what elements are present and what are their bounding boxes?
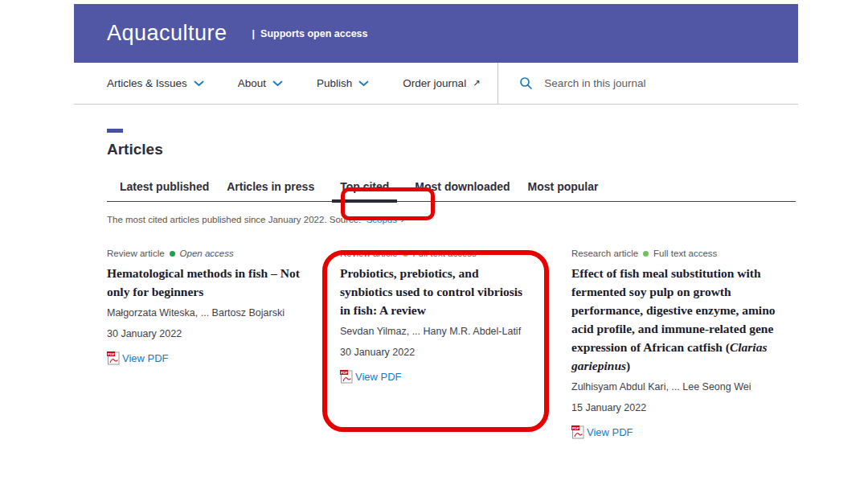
article-date: 30 January 2022 [107, 328, 317, 339]
open-access-tagline: | Supports open access [252, 28, 368, 39]
chevron-down-icon [194, 80, 204, 87]
access-dot-icon [643, 251, 649, 257]
journal-banner: Aquaculture | Supports open access [74, 4, 798, 63]
pdf-icon: PDF [340, 370, 353, 384]
scopus-link[interactable]: Scopus ↗ [366, 215, 407, 224]
tab-description-text: The most cited articles published since … [107, 215, 361, 224]
tab-most-downloaded[interactable]: Most downloaded [415, 180, 510, 201]
nav-articles-issues[interactable]: Articles & Issues [107, 77, 204, 89]
section-accent-dash [107, 129, 123, 133]
articles-section: Articles Latest published Articles in pr… [74, 129, 798, 439]
search-placeholder: Search in this journal [544, 77, 645, 89]
external-link-icon: ↗ [473, 78, 480, 88]
view-pdf-label: View PDF [355, 371, 402, 383]
tab-description: The most cited articles published since … [107, 215, 796, 225]
article-cards: Review article Open access Hematological… [107, 249, 796, 439]
search-icon [519, 76, 533, 90]
article-card: Review article Open access Hematological… [107, 249, 317, 439]
tab-articles-in-press[interactable]: Articles in press [227, 180, 314, 201]
article-meta: Review article Open access [107, 249, 317, 258]
tab-latest-published[interactable]: Latest published [120, 180, 209, 201]
article-card: Review article Full text access Probioti… [340, 249, 533, 439]
nav-publish[interactable]: Publish [317, 77, 369, 89]
article-access: Open access [180, 249, 234, 258]
article-type: Research article [571, 249, 638, 258]
pdf-icon: PDF [571, 425, 584, 439]
page-title: Articles [107, 141, 796, 158]
journal-search[interactable]: Search in this journal [519, 76, 645, 90]
article-access: Full text access [653, 249, 717, 258]
view-pdf-label: View PDF [122, 352, 169, 364]
article-meta: Review article Full text access [340, 249, 533, 258]
svg-text:PDF: PDF [572, 426, 579, 430]
tab-top-cited[interactable]: Top cited [332, 180, 397, 201]
access-dot-icon [170, 251, 175, 257]
article-meta: Research article Full text access [571, 249, 778, 258]
nav-about-label: About [238, 77, 266, 89]
tab-most-popular[interactable]: Most popular [528, 180, 599, 201]
pdf-icon: PDF [107, 351, 120, 365]
article-authors: Małgorzata Witeska, ... Bartosz Bojarski [107, 304, 317, 322]
view-pdf-link[interactable]: PDF View PDF [340, 370, 533, 384]
chevron-down-icon [272, 80, 283, 87]
tagline-text: Supports open access [260, 28, 367, 39]
svg-text:PDF: PDF [341, 371, 348, 375]
tagline-separator: | [252, 28, 256, 39]
article-authors: Zulhisyam Abdul Kari, ... Lee Seong Wei [571, 378, 778, 396]
article-title[interactable]: Hematological methods in fish – Not only… [107, 264, 317, 301]
journal-title[interactable]: Aquaculture [107, 21, 227, 46]
article-type: Review article [340, 249, 398, 258]
external-link-icon: ↗ [399, 215, 407, 224]
article-type: Review article [107, 249, 165, 258]
nav-publish-label: Publish [317, 77, 352, 89]
nav-order-journal-label: Order journal [403, 77, 466, 89]
nav-about[interactable]: About [238, 77, 283, 89]
view-pdf-label: View PDF [587, 426, 633, 438]
article-title[interactable]: Effect of fish meal substitution with fe… [571, 264, 778, 375]
article-access: Full text access [413, 249, 477, 258]
view-pdf-link[interactable]: PDF View PDF [107, 351, 317, 365]
nav-order-journal[interactable]: Order journal ↗ [403, 77, 480, 89]
article-card: Research article Full text access Effect… [571, 249, 778, 439]
article-title[interactable]: Probiotics, prebiotics, and synbiotics u… [340, 264, 533, 319]
article-tabs: Latest published Articles in press Top c… [107, 180, 796, 202]
chevron-down-icon [358, 80, 369, 87]
view-pdf-link[interactable]: PDF View PDF [571, 425, 778, 439]
nav-divider [497, 63, 498, 105]
svg-text:PDF: PDF [108, 352, 115, 356]
article-authors: Sevdan Yilmaz, ... Hany M.R. Abdel-Latif [340, 323, 533, 340]
nav-articles-issues-label: Articles & Issues [107, 77, 187, 89]
article-date: 30 January 2022 [340, 347, 533, 358]
access-dot-icon [403, 251, 408, 257]
journal-navbar: Articles & Issues About Publish Order jo… [74, 63, 798, 105]
article-date: 15 January 2022 [571, 402, 778, 413]
journal-page: Aquaculture | Supports open access Artic… [74, 0, 798, 439]
